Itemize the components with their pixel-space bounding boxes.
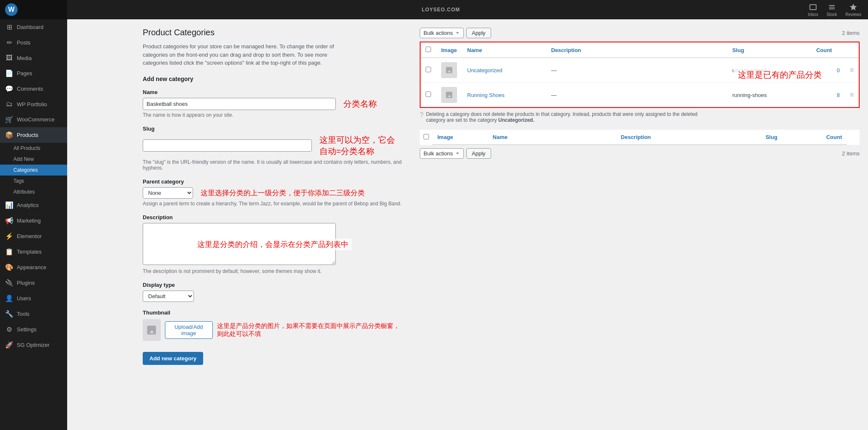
description-textarea[interactable] (143, 223, 336, 265)
sidebar-item-tags[interactable]: Tags (0, 176, 67, 186)
sidebar-item-products[interactable]: 📦 Products (0, 127, 67, 143)
sidebar-item-all-products[interactable]: All Products (0, 143, 67, 154)
inbox-label: Inbox (808, 12, 818, 17)
categories-table-bottom: Image Name Description Slug Count (420, 130, 860, 145)
parent-select[interactable]: None (143, 187, 193, 199)
sidebar-item-label: Comments (17, 86, 43, 92)
slug-input[interactable] (143, 139, 312, 152)
items-count-bottom: 2 items (842, 150, 860, 157)
sidebar-item-marketing[interactable]: 📢 Marketing (0, 213, 67, 228)
display-type-select[interactable]: Default Products Subcategories Both (143, 291, 194, 302)
row-desc-cell: — (546, 83, 727, 108)
row-count-link[interactable]: 8 (837, 92, 839, 98)
row-desc-value: — (551, 67, 557, 73)
parent-hint: Assign a parent term to create a hierarc… (143, 201, 403, 207)
sidebar-item-settings[interactable]: ⚙ Settings (0, 322, 67, 337)
name-input[interactable] (143, 98, 336, 110)
categories-table: Image Name Description Slug Count (420, 42, 860, 108)
topbar: LOYSEO.COM Inbox Stock Reviews (67, 0, 868, 19)
bulk-actions-select-bottom[interactable]: Bulk actions (420, 148, 464, 159)
inbox-btn[interactable]: Inbox (808, 3, 818, 17)
add-category-button[interactable]: Add new category (143, 352, 203, 365)
sidebar-item-appearance[interactable]: 🎨 Appearance (0, 260, 67, 275)
table-row: Running Shoes — running-shoes 8 (420, 83, 859, 108)
sidebar-item-label: WooCommerce (17, 116, 55, 123)
thumbnail-annotation: 这里是产品分类的图片，如果不需要在页面中展示产品分类橱窗，则此处可以不填 (217, 322, 403, 338)
sidebar-item-wp-portfolio[interactable]: 🗂 WP Portfolio (0, 97, 67, 112)
sidebar-item-tools[interactable]: 🔧 Tools (0, 306, 67, 322)
add-category-section-title: Add new category (143, 76, 403, 82)
form-group-name: Name 分类名称 The name is how it appears on … (143, 89, 403, 118)
col-checkbox-bottom (420, 130, 432, 145)
stock-btn[interactable]: Stock (826, 3, 837, 17)
thumbnail-label: Thumbnail (143, 309, 403, 316)
row-menu-icon[interactable]: ≡ (850, 66, 854, 73)
description-hint: The description is not prominent by defa… (143, 268, 403, 274)
col-checkbox (420, 42, 436, 58)
sidebar-item-label: Media (17, 55, 31, 61)
table-bottom-actions: Bulk actions Apply 2 items (420, 148, 860, 159)
sidebar-item-add-new[interactable]: Add New (0, 154, 67, 165)
row-name-cell: Uncategorized (462, 58, 546, 83)
col-name-header-bottom: Name (458, 130, 542, 145)
submenu-label: Tags (13, 178, 24, 184)
form-group-description: Description 这里是分类的介绍，会显示在分类产品列表中 The des… (143, 214, 403, 274)
sidebar-item-media[interactable]: 🖼 Media (0, 50, 67, 66)
category-name-link[interactable]: Uncategorized (467, 67, 502, 73)
row-checkbox-cell (420, 83, 436, 108)
sidebar-item-plugins[interactable]: 🔌 Plugins (0, 275, 67, 291)
sidebar-item-comments[interactable]: 💬 Comments (0, 81, 67, 97)
row-checkbox[interactable] (426, 92, 431, 97)
row-count-link[interactable]: 0 (837, 67, 839, 73)
sidebar-item-label: Dashboard (17, 24, 44, 30)
sidebar-item-attributes[interactable]: Attributes (0, 186, 67, 197)
col-name-header: Name (462, 42, 546, 58)
image-placeholder-icon (146, 324, 157, 336)
select-all-checkbox[interactable] (426, 47, 431, 52)
category-name-link[interactable]: Running Shoes (467, 92, 505, 98)
sidebar-item-users[interactable]: 👤 Users (0, 291, 67, 306)
row-menu-icon[interactable]: ≡ (850, 91, 854, 98)
sidebar-item-elementor[interactable]: ⚡ Elementor (0, 228, 67, 244)
sidebar-item-analytics[interactable]: 📊 Analytics (0, 197, 67, 213)
reviews-btn[interactable]: Reviews (845, 3, 861, 17)
table-head: Image Name Description Slug Count (420, 42, 859, 58)
row-count-cell: 8 (811, 83, 845, 108)
col-slug-header-bottom: Slug (729, 130, 813, 145)
thumbnail-area: Upload/Add image 这里是产品分类的图片，如果不需要在页面中展示产… (143, 319, 403, 341)
sidebar-item-categories[interactable]: Categories (0, 165, 67, 176)
apply-button-bottom[interactable]: Apply (466, 148, 491, 159)
col-actions-header (845, 42, 859, 58)
stock-label: Stock (826, 12, 837, 17)
apply-button-top[interactable]: Apply (466, 28, 491, 38)
posts-icon: ✏ (5, 39, 13, 47)
help-circle: ? (420, 111, 424, 123)
woo-icon: 🛒 (5, 115, 13, 123)
sidebar-item-sg-optimizer[interactable]: 🚀 SG Optimizer (0, 337, 67, 353)
templates-icon: 📋 (5, 248, 13, 256)
sidebar-item-label: Appearance (17, 264, 46, 270)
bulk-actions-select-top[interactable]: Bulk actions (420, 28, 464, 38)
name-label: Name (143, 89, 403, 95)
delete-notice-text: Deleting a category does not delete the … (426, 111, 714, 123)
sidebar-item-label: Users (17, 295, 31, 302)
row-desc-cell: — (546, 58, 727, 83)
sidebar-item-woocommerce[interactable]: 🛒 WooCommerce (0, 112, 67, 127)
select-all-checkbox-bottom[interactable] (424, 134, 429, 139)
reviews-label: Reviews (845, 12, 861, 17)
upload-image-button[interactable]: Upload/Add image (165, 321, 213, 339)
row-desc-value: — (551, 92, 557, 98)
name-hint: The name is how it appears on your site. (143, 112, 403, 118)
page-title: Product Categories (143, 28, 403, 37)
row-name-cell: Running Shoes (462, 83, 546, 108)
sidebar-item-label: Settings (17, 326, 37, 333)
row-slug-value: uncategorized (732, 67, 767, 73)
sidebar-item-dashboard[interactable]: ⊞ Dashboard (0, 19, 67, 35)
sidebar-item-pages[interactable]: 📄 Pages (0, 66, 67, 81)
tools-icon: 🔧 (5, 310, 13, 318)
submenu-label: Attributes (13, 189, 35, 195)
sidebar-item-templates[interactable]: 📋 Templates (0, 244, 67, 260)
row-checkbox[interactable] (426, 67, 431, 72)
description-label: Description (143, 214, 403, 220)
sidebar-item-posts[interactable]: ✏ Posts (0, 35, 67, 50)
